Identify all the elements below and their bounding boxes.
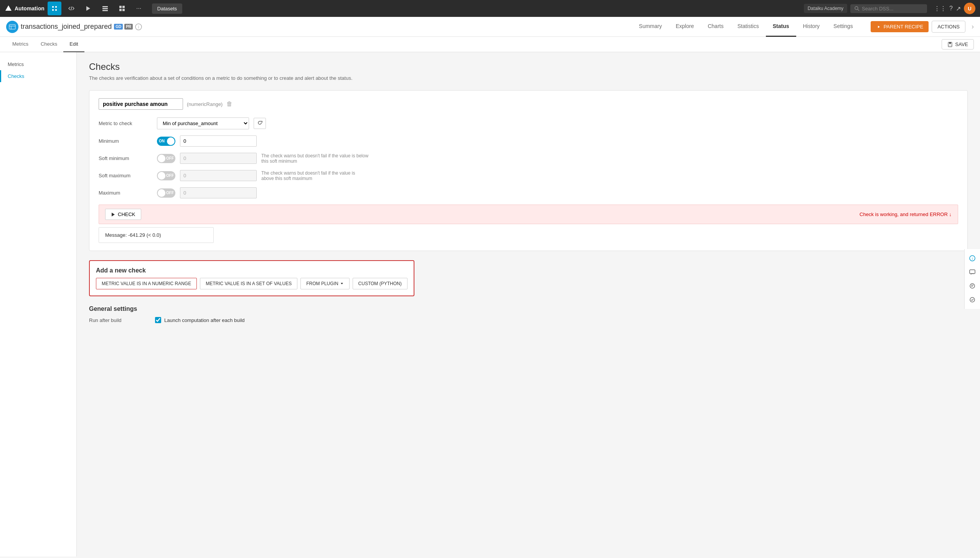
dataset-header: transactions_joined_prepared GD PR i Sum… <box>0 17 980 37</box>
svg-rect-4 <box>102 10 108 11</box>
minimum-row: Minimum ON <box>99 135 958 147</box>
minimum-toggle[interactable]: ON <box>157 137 175 146</box>
maximum-input <box>180 187 257 198</box>
svg-rect-3 <box>102 8 108 9</box>
delete-check-icon[interactable]: 🗑 <box>226 101 233 107</box>
badge-gd: GD <box>114 24 123 30</box>
plugin-dropdown-icon <box>340 282 344 286</box>
add-check-numeric-range-btn[interactable]: METRIC VALUE IS IN A NUMERIC RANGE <box>96 278 197 289</box>
search-bar[interactable] <box>850 4 927 13</box>
right-side-icons: i <box>964 249 980 309</box>
svg-rect-7 <box>119 9 122 11</box>
run-nav-btn[interactable] <box>81 2 95 15</box>
code-icon <box>68 5 74 12</box>
tab-charts[interactable]: Charts <box>701 17 730 37</box>
soft-maximum-toggle-label: OFF <box>166 173 174 178</box>
minimum-input[interactable] <box>180 135 257 147</box>
check-message-box: Message: -641.29 (< 0.0) <box>99 227 214 243</box>
run-icon <box>85 5 91 12</box>
check-run-button[interactable]: CHECK <box>105 209 141 220</box>
subtab-metrics[interactable]: Metrics <box>6 37 35 52</box>
svg-text:i: i <box>138 25 139 29</box>
grid-nav-btn[interactable] <box>115 2 129 15</box>
dataiku-academy-btn[interactable]: Dataiku Academy <box>804 4 847 13</box>
maximum-toggle[interactable]: OFF <box>157 188 175 198</box>
search-icon <box>854 6 860 11</box>
tab-statistics[interactable]: Statistics <box>731 17 766 37</box>
user-avatar[interactable]: U <box>964 3 975 14</box>
svg-rect-8 <box>122 9 125 11</box>
dataset-title: transactions_joined_prepared <box>21 23 112 31</box>
soft-maximum-toggle[interactable]: OFF <box>157 171 175 180</box>
nav-right-icons: ⋮⋮ ? ↗ U <box>934 3 975 14</box>
maximum-label: Maximum <box>99 190 152 196</box>
soft-minimum-toggle[interactable]: OFF <box>157 154 175 163</box>
code-nav-btn[interactable] <box>64 2 78 15</box>
sidebar-item-checks[interactable]: Checks <box>0 70 76 82</box>
app-name: Automation <box>15 5 45 12</box>
add-check-custom-python-btn[interactable]: CUSTOM (PYTHON) <box>353 278 408 289</box>
info-icon: i <box>969 255 975 261</box>
apps-grid-icon[interactable]: ⋮⋮ <box>934 5 946 12</box>
subtab-checks[interactable]: Checks <box>35 37 63 52</box>
trending-icon[interactable]: ↗ <box>956 5 961 12</box>
svg-rect-5 <box>119 6 122 8</box>
more-nav-btn[interactable]: ··· <box>132 2 146 15</box>
svg-marker-22 <box>341 283 343 284</box>
stack-nav-btn[interactable] <box>98 2 112 15</box>
activity-icon <box>969 297 975 303</box>
sidebar: Metrics Checks <box>0 52 77 556</box>
add-check-set-values-btn[interactable]: METRIC VALUE IS IN A SET OF VALUES <box>200 278 297 289</box>
general-settings: General settings Run after build Launch … <box>89 305 968 323</box>
right-activity-icon[interactable] <box>966 294 978 306</box>
flow-nav-btn[interactable] <box>48 2 61 15</box>
tab-summary[interactable]: Summary <box>632 17 669 37</box>
badge-pr: PR <box>124 24 133 30</box>
search-input[interactable] <box>862 6 923 12</box>
main-content: Checks The checks are verification about… <box>77 52 980 556</box>
main-layout: Metrics Checks Checks The checks are ver… <box>0 52 980 556</box>
check-name-input[interactable] <box>99 98 183 110</box>
top-navigation: Automation ··· Datasets Dataiku Academy <box>0 0 980 17</box>
tab-status[interactable]: Status <box>766 17 796 37</box>
add-check-from-plugin-btn[interactable]: FROM PLUGIN <box>300 278 349 289</box>
maximum-row: Maximum OFF <box>99 187 958 198</box>
tab-explore[interactable]: Explore <box>669 17 701 37</box>
metric-to-check-label: Metric to check <box>99 121 152 126</box>
svg-rect-20 <box>949 45 952 46</box>
svg-rect-25 <box>970 270 975 274</box>
parent-recipe-button[interactable]: PARENT RECIPE <box>871 21 929 32</box>
svg-rect-19 <box>949 42 951 44</box>
add-check-buttons: METRIC VALUE IS IN A NUMERIC RANGE METRI… <box>96 278 408 289</box>
tab-settings[interactable]: Settings <box>827 17 860 37</box>
subtab-edit[interactable]: Edit <box>63 37 84 52</box>
right-chat-icon[interactable] <box>966 266 978 278</box>
checks-description: The checks are verification about a set … <box>89 75 968 81</box>
metric-to-check-row: Metric to check Min of purchase_amount <box>99 117 958 129</box>
datasets-label[interactable]: Datasets <box>152 3 182 14</box>
soft-minimum-toggle-knob <box>158 155 165 162</box>
refresh-icon <box>257 120 262 125</box>
soft-minimum-input <box>180 153 257 164</box>
add-check-title: Add a new check <box>96 267 408 274</box>
metric-select[interactable]: Min of purchase_amount <box>157 117 249 129</box>
dataset-table-icon <box>9 23 16 30</box>
tab-history[interactable]: History <box>796 17 827 37</box>
launch-checkbox[interactable] <box>155 317 161 323</box>
check-card-header: (numericRange) 🗑 <box>99 98 958 110</box>
error-arrow-icon: ↓ <box>949 211 952 217</box>
refresh-metric-button[interactable] <box>254 118 266 129</box>
right-comment-icon[interactable] <box>966 280 978 292</box>
right-info-icon[interactable]: i <box>966 252 978 264</box>
info-circle-icon[interactable]: i <box>135 23 142 30</box>
check-card: (numericRange) 🗑 Metric to check Min of … <box>89 90 968 251</box>
help-icon[interactable]: ? <box>949 5 953 12</box>
collapse-sidebar-btn[interactable]: › <box>972 23 974 31</box>
sidebar-item-metrics[interactable]: Metrics <box>0 58 76 70</box>
svg-marker-0 <box>5 5 12 11</box>
actions-button[interactable]: ACTIONS <box>932 21 965 33</box>
logo-icon <box>5 5 12 12</box>
svg-line-10 <box>858 9 859 11</box>
save-button[interactable]: SAVE <box>942 39 974 50</box>
soft-maximum-label: Soft maximum <box>99 173 152 178</box>
